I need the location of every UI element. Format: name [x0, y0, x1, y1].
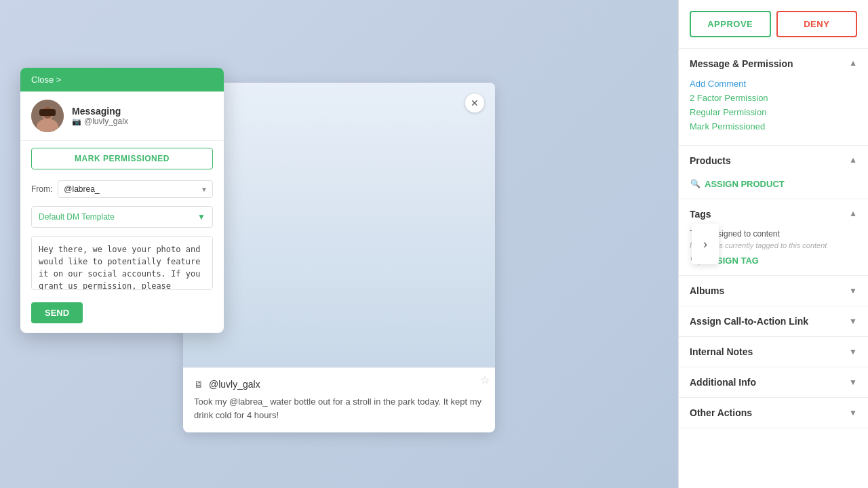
cta-title: Assign Call-to-Action Link [690, 316, 808, 327]
regular-permission-link[interactable]: Regular Permission [690, 107, 857, 117]
content-caption: Took my @labrea_ water bottle out for a … [194, 395, 484, 422]
albums-section: Albums ▼ [679, 276, 868, 306]
internal-notes-header[interactable]: Internal Notes ▼ [679, 337, 868, 367]
monitor-icon: 🖥 [194, 379, 203, 390]
other-actions-chevron-icon: ▼ [849, 408, 857, 418]
products-header[interactable]: Products ▼ [679, 146, 868, 176]
popup-header: Close > [20, 68, 224, 92]
image-close-button[interactable]: ✕ [465, 94, 484, 113]
tags-title: Tags [690, 209, 711, 220]
assign-product-link[interactable]: 🔍 ASSIGN PRODUCT [690, 178, 857, 189]
cta-header[interactable]: Assign Call-to-Action Link ▼ [679, 306, 868, 336]
from-row: From: @labrea_ ▼ [20, 176, 224, 202]
send-button[interactable]: SEND [31, 302, 83, 323]
template-chevron-icon: ▼ [197, 212, 205, 222]
from-select-wrapper: @labrea_ ▼ [58, 180, 213, 198]
albums-title: Albums [690, 285, 724, 296]
main-area: Close > Messaging 📷 @luvly_galx M [0, 0, 678, 488]
products-chevron-icon: ▼ [849, 156, 857, 165]
svg-rect-4 [39, 109, 56, 116]
additional-info-title: Additional Info [690, 377, 756, 388]
message-permission-content: Add Comment 2 Factor Permission Regular … [679, 79, 868, 145]
star-icon[interactable]: ☆ [480, 373, 490, 386]
message-permission-chevron-icon: ▼ [849, 59, 857, 68]
other-actions-header[interactable]: Other Actions ▼ [679, 398, 868, 428]
albums-chevron-icon: ▼ [849, 286, 857, 296]
additional-info-header[interactable]: Additional Info ▼ [679, 367, 868, 397]
add-comment-link[interactable]: Add Comment [690, 79, 857, 89]
avatar [31, 100, 64, 132]
next-arrow-button[interactable]: › [692, 224, 719, 264]
other-actions-section: Other Actions ▼ [679, 398, 868, 428]
additional-info-chevron-icon: ▼ [849, 378, 857, 387]
from-select[interactable]: @labrea_ [58, 180, 213, 198]
internal-notes-chevron-icon: ▼ [849, 347, 857, 357]
username-row: 🖥 @luvly_galx [194, 379, 484, 390]
cta-section: Assign Call-to-Action Link ▼ [679, 306, 868, 337]
popup-user-info: Messaging 📷 @luvly_galx [72, 106, 128, 126]
assign-product-icon: 🔍 [690, 178, 701, 189]
albums-header[interactable]: Albums ▼ [679, 276, 868, 306]
content-footer: 🖥 @luvly_galx Took my @labrea_ water bot… [183, 367, 495, 432]
template-select[interactable]: Default DM Template ▼ [31, 206, 213, 228]
content-username: @luvly_galx [209, 379, 260, 390]
mark-permissioned-button[interactable]: MARK PERMISSIONED [31, 148, 213, 169]
approve-button[interactable]: APPROVE [690, 11, 771, 37]
action-buttons: APPROVE DENY [679, 0, 868, 49]
content-card: ✕ 🖥 @luvly_galx Took my @labrea_ water b… [183, 83, 495, 432]
instagram-icon: 📷 [72, 117, 81, 126]
products-title: Products [690, 155, 731, 166]
additional-info-section: Additional Info ▼ [679, 367, 868, 398]
image-background [183, 83, 495, 367]
message-permission-header[interactable]: Message & Permission ▼ [679, 49, 868, 79]
message-textarea[interactable] [31, 236, 213, 290]
internal-notes-section: Internal Notes ▼ [679, 337, 868, 367]
message-permission-title: Message & Permission [690, 58, 793, 69]
two-factor-permission-link[interactable]: 2 Factor Permission [690, 93, 857, 103]
messaging-popup: Close > Messaging 📷 @luvly_galx M [20, 68, 224, 333]
other-actions-title: Other Actions [690, 407, 752, 418]
tags-chevron-icon: ▼ [849, 209, 857, 219]
message-permission-section: Message & Permission ▼ Add Comment 2 Fac… [679, 49, 868, 146]
close-button[interactable]: Close > [31, 75, 61, 85]
mark-permissioned-link[interactable]: Mark Permissioned [690, 121, 857, 131]
messaging-title: Messaging [72, 106, 128, 117]
products-section: Products ▼ 🔍 ASSIGN PRODUCT [679, 146, 868, 199]
deny-button[interactable]: DENY [776, 11, 858, 37]
from-label: From: [31, 184, 52, 194]
messaging-handle: 📷 @luvly_galx [72, 117, 128, 126]
popup-user-row: Messaging 📷 @luvly_galx [20, 92, 224, 141]
internal-notes-title: Internal Notes [690, 346, 753, 357]
cta-chevron-icon: ▼ [849, 317, 857, 326]
template-label: Default DM Template [39, 212, 115, 222]
products-content: 🔍 ASSIGN PRODUCT [679, 178, 868, 199]
content-image: ✕ [183, 83, 495, 367]
